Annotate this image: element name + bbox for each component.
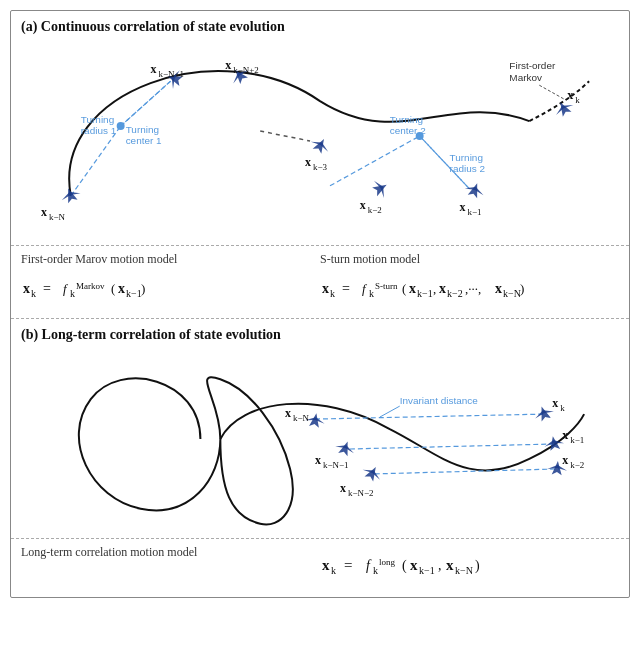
svg-text:x: x xyxy=(285,406,291,420)
svg-text:k−1: k−1 xyxy=(126,288,142,299)
svg-text:k: k xyxy=(70,288,75,299)
svg-text:Turning: Turning xyxy=(126,124,159,135)
svg-text:k−N: k−N xyxy=(293,413,310,423)
svg-text:x: x xyxy=(118,281,125,296)
svg-text:,···,: ,···, xyxy=(465,281,481,296)
formula-right-b: x k = f k long ( x k−1 , x k−N ) xyxy=(320,545,619,589)
svg-text:k−N: k−N xyxy=(503,288,521,299)
svg-text:=: = xyxy=(342,281,350,296)
formula-label-right-a: S-turn motion model xyxy=(320,252,619,267)
svg-text:x: x xyxy=(360,198,366,212)
diagram-b: Invariant distance xyxy=(21,349,619,534)
svg-text:=: = xyxy=(43,281,51,296)
svg-text:k: k xyxy=(575,95,580,105)
formula-left-a: First-order Marov motion model x k = f k… xyxy=(21,252,320,310)
svg-text:center 1: center 1 xyxy=(126,135,162,146)
diagram-a-svg: Turning radius 1 Turning center 1 Turnin… xyxy=(21,41,619,241)
section-b: (b) Long-term correlation of state evolu… xyxy=(11,319,629,539)
svg-text:,: , xyxy=(433,281,436,296)
section-a-title: (a) Continuous correlation of state evol… xyxy=(21,19,619,35)
diagram-b-svg: Invariant distance xyxy=(21,349,619,534)
svg-text:x: x xyxy=(340,481,346,495)
svg-text:k−2: k−2 xyxy=(447,288,463,299)
svg-text:x: x xyxy=(446,557,454,573)
svg-text:x: x xyxy=(552,396,558,410)
svg-text:k: k xyxy=(373,565,378,576)
svg-marker-25 xyxy=(372,181,389,197)
svg-text:x: x xyxy=(225,58,231,72)
svg-line-75 xyxy=(350,444,554,449)
svg-text:k−N+1: k−N+1 xyxy=(159,69,185,79)
formula-math-right-a: x k = f k S-turn ( x k−1 , x k−2 ,···, x… xyxy=(320,271,619,310)
svg-text:k−3: k−3 xyxy=(313,162,328,172)
svg-text:x: x xyxy=(41,205,47,219)
svg-text:x: x xyxy=(305,155,311,169)
svg-text:x: x xyxy=(495,281,502,296)
svg-marker-83 xyxy=(365,464,381,481)
formula-right-a: S-turn motion model x k = f k S-turn ( x… xyxy=(320,252,619,310)
svg-text:k: k xyxy=(331,565,336,576)
svg-text:k−1: k−1 xyxy=(570,435,584,445)
formula-math-left-a: x k = f k Markov ( x k−1 ) xyxy=(21,271,320,310)
svg-text:Markov: Markov xyxy=(509,72,542,83)
svg-text:long: long xyxy=(379,557,396,567)
svg-text:k: k xyxy=(330,288,335,299)
svg-text:k−N−1: k−N−1 xyxy=(323,460,349,470)
svg-line-78 xyxy=(380,406,400,417)
svg-text:x: x xyxy=(460,200,466,214)
svg-text:k−N: k−N xyxy=(455,565,473,576)
formula-label-b: Long-term correlation motion model xyxy=(21,545,320,560)
svg-text:(: ( xyxy=(402,558,407,574)
svg-text:Turning: Turning xyxy=(450,152,483,163)
svg-text:Turning: Turning xyxy=(390,114,423,125)
svg-point-3 xyxy=(117,122,125,130)
formula-left-b: Long-term correlation motion model xyxy=(21,545,320,564)
svg-text:k−1: k−1 xyxy=(419,565,435,576)
svg-text:Markov: Markov xyxy=(76,281,105,291)
svg-text:(: ( xyxy=(111,281,115,296)
svg-text:): ) xyxy=(520,281,524,296)
svg-text:radius 2: radius 2 xyxy=(450,163,486,174)
svg-text:Turning: Turning xyxy=(81,114,114,125)
svg-text:x: x xyxy=(151,62,157,76)
svg-text:k: k xyxy=(560,403,565,413)
svg-text:k: k xyxy=(31,288,36,299)
svg-text:k−1: k−1 xyxy=(417,288,433,299)
svg-text:,: , xyxy=(438,558,442,573)
svg-text:x: x xyxy=(322,281,329,296)
svg-line-16 xyxy=(260,131,310,141)
svg-line-47 xyxy=(539,85,564,99)
svg-text:S-turn: S-turn xyxy=(375,281,398,291)
svg-line-0 xyxy=(71,126,121,196)
section-b-title: (b) Long-term correlation of state evolu… xyxy=(21,327,619,343)
svg-text:f: f xyxy=(63,281,69,296)
formula-section-a: First-order Marov motion model x k = f k… xyxy=(11,246,629,319)
svg-text:=: = xyxy=(344,557,352,573)
svg-text:x: x xyxy=(567,88,573,102)
svg-line-74 xyxy=(315,414,544,419)
svg-text:k−N+2: k−N+2 xyxy=(233,65,259,75)
formula-label-left-a: First-order Marov motion model xyxy=(21,252,320,267)
svg-line-8 xyxy=(330,136,420,186)
svg-text:f: f xyxy=(362,281,368,296)
svg-text:x: x xyxy=(322,557,330,573)
svg-text:k−1: k−1 xyxy=(468,207,482,217)
formula-section-b: Long-term correlation motion model x k =… xyxy=(11,539,629,597)
svg-text:Invariant distance: Invariant distance xyxy=(400,395,478,406)
svg-text:x: x xyxy=(23,281,30,296)
svg-text:x: x xyxy=(439,281,446,296)
svg-line-76 xyxy=(375,469,559,474)
svg-marker-29 xyxy=(556,100,572,117)
svg-text:x: x xyxy=(409,281,416,296)
svg-text:center 2: center 2 xyxy=(390,125,426,136)
svg-text:x: x xyxy=(562,453,568,467)
svg-text:k: k xyxy=(369,288,374,299)
svg-text:k−2: k−2 xyxy=(368,205,382,215)
svg-text:): ) xyxy=(475,558,480,574)
svg-text:x: x xyxy=(315,453,321,467)
svg-text:radius 1: radius 1 xyxy=(81,125,117,136)
svg-text:f: f xyxy=(366,558,372,573)
svg-text:x: x xyxy=(562,428,568,442)
svg-text:(: ( xyxy=(402,281,406,296)
svg-text:): ) xyxy=(141,281,145,296)
